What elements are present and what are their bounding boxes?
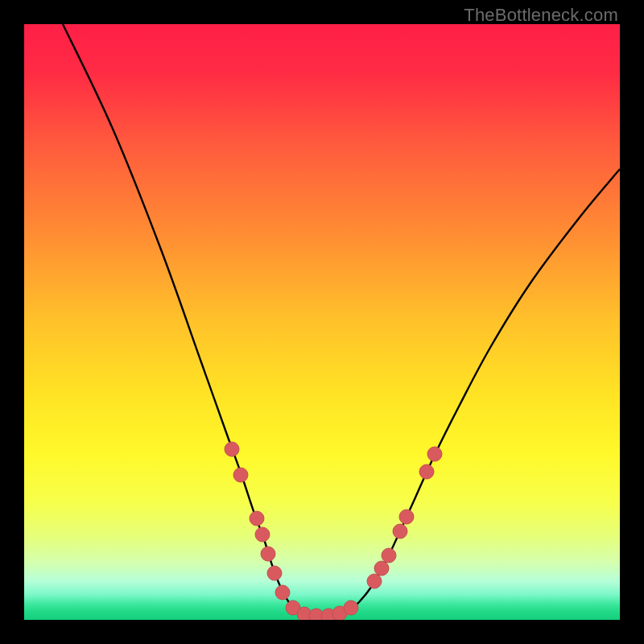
curve-marker xyxy=(267,566,282,580)
curve-marker xyxy=(225,442,239,456)
curve-marker xyxy=(255,527,270,542)
curve-line xyxy=(63,24,620,616)
curve-marker xyxy=(382,548,396,563)
curve-marker xyxy=(419,464,434,479)
curve-marker xyxy=(427,447,442,461)
curve-marker xyxy=(250,511,264,526)
curve-marker xyxy=(275,585,290,600)
curve-marker xyxy=(344,601,358,615)
curve-marker xyxy=(261,547,275,561)
watermark-text: TheBottleneck.com xyxy=(464,5,618,26)
curve-marker xyxy=(233,468,248,482)
curve-marker xyxy=(374,561,389,576)
curve-marker xyxy=(367,574,382,588)
curve-markers xyxy=(225,442,442,620)
curve-marker xyxy=(399,510,414,524)
bottleneck-curve xyxy=(24,24,620,620)
curve-marker xyxy=(393,524,407,539)
plot-area xyxy=(24,24,620,620)
chart-frame: TheBottleneck.com xyxy=(0,0,644,644)
